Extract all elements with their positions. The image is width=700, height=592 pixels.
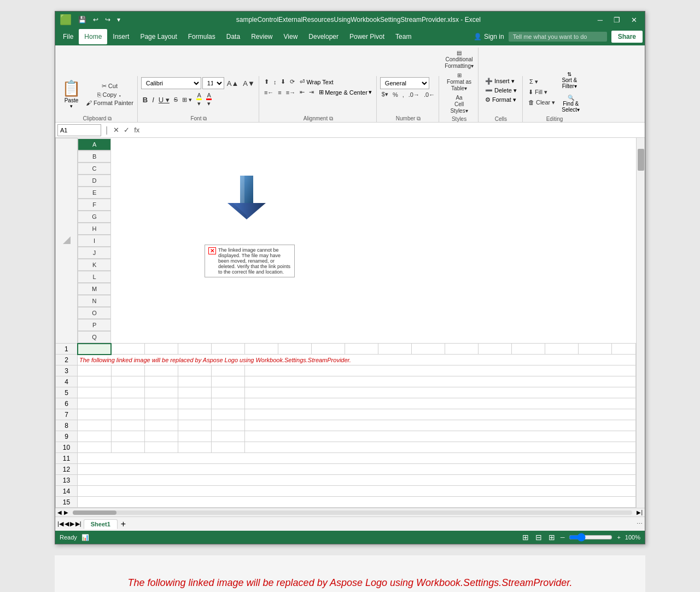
cell-e5[interactable] xyxy=(211,387,244,398)
sign-in-button[interactable]: 👤Sign in xyxy=(474,33,504,40)
cell-a9[interactable] xyxy=(78,431,112,442)
cell-e1[interactable] xyxy=(211,344,244,355)
cell-a14[interactable] xyxy=(78,486,636,497)
tab-nav-next[interactable]: ▶ xyxy=(70,520,74,527)
cell-q1[interactable] xyxy=(612,344,636,355)
col-header-f[interactable]: F xyxy=(78,199,111,211)
percent-button[interactable]: % xyxy=(391,90,400,98)
tab-nav-last[interactable]: ▶| xyxy=(75,520,81,527)
menu-page-layout[interactable]: Page Layout xyxy=(135,29,182,44)
row-num-11[interactable]: 11 xyxy=(56,453,78,464)
cell-e10[interactable] xyxy=(211,442,244,453)
cell-b4[interactable] xyxy=(111,376,144,387)
cell-g1[interactable] xyxy=(278,344,311,355)
sheet-tab-sheet1[interactable]: Sheet1 xyxy=(84,519,118,529)
menu-data[interactable]: Data xyxy=(221,29,246,44)
col-header-e[interactable]: E xyxy=(78,187,111,199)
horizontal-scroll-thumb[interactable] xyxy=(73,510,116,515)
cell-e9[interactable] xyxy=(211,431,244,442)
row-num-2[interactable]: 2 xyxy=(56,355,78,365)
cell-f10[interactable] xyxy=(244,442,635,453)
horizontal-scrollbar[interactable] xyxy=(73,510,632,515)
cell-a4[interactable] xyxy=(78,376,112,387)
col-header-d[interactable]: D xyxy=(78,175,111,187)
page-break-view-button[interactable]: ⊞ xyxy=(547,532,556,543)
cell-c8[interactable] xyxy=(144,420,178,431)
cell-a8[interactable] xyxy=(78,420,112,431)
wrap-text-button[interactable]: ⏎Wrap Text xyxy=(298,77,335,86)
cell-d8[interactable] xyxy=(178,420,211,431)
font-color-button[interactable]: A▾ xyxy=(205,91,213,108)
col-header-m[interactable]: M xyxy=(78,283,111,295)
align-right-button[interactable]: ≡→ xyxy=(284,89,297,96)
page-layout-view-button[interactable]: ⊟ xyxy=(534,532,543,543)
cell-c3[interactable] xyxy=(144,365,178,376)
insert-cells-button[interactable]: ➕ Insert ▾ xyxy=(482,77,520,85)
cell-e6[interactable] xyxy=(211,398,244,409)
cell-f6[interactable] xyxy=(244,398,635,409)
menu-view[interactable]: View xyxy=(278,29,304,44)
vertical-scrollbar[interactable] xyxy=(636,138,645,508)
row-num-14[interactable]: 14 xyxy=(56,486,78,497)
underline-button[interactable]: U ▾ xyxy=(157,95,171,105)
align-top-button[interactable]: ⬆ xyxy=(262,78,271,86)
scroll-right-button[interactable]: ▶ xyxy=(64,509,68,515)
copy-button[interactable]: ⎘ Copy ▾ xyxy=(84,91,135,98)
row-num-7[interactable]: 7 xyxy=(56,409,78,420)
text-direction-button[interactable]: ⟳ xyxy=(288,78,296,86)
col-header-b[interactable]: B xyxy=(78,150,111,162)
close-button[interactable]: ✕ xyxy=(628,15,640,25)
customize-qat-button[interactable]: ▾ xyxy=(115,15,122,25)
format-cells-button[interactable]: ⚙ Format ▾ xyxy=(482,96,520,104)
col-header-c[interactable]: C xyxy=(78,162,111,175)
font-name-select[interactable]: Calibri xyxy=(141,77,201,89)
clear-button[interactable]: 🗑 Clear ▾ xyxy=(526,98,557,107)
cell-b9[interactable] xyxy=(111,431,144,442)
cell-a15[interactable] xyxy=(78,497,636,508)
clipboard-expand[interactable]: ⧉ xyxy=(108,115,112,121)
row-num-6[interactable]: 6 xyxy=(56,398,78,409)
cell-b6[interactable] xyxy=(111,398,144,409)
row-num-1[interactable]: 1 xyxy=(56,344,78,355)
cell-f9[interactable] xyxy=(244,431,635,442)
row-num-12[interactable]: 12 xyxy=(56,464,78,475)
row-num-3[interactable]: 3 xyxy=(56,365,78,376)
col-header-o[interactable]: O xyxy=(78,307,111,319)
col-header-k[interactable]: K xyxy=(78,259,111,271)
cell-b10[interactable] xyxy=(111,442,144,453)
cancel-formula-button[interactable]: ✕ xyxy=(112,125,120,135)
col-header-n[interactable]: N xyxy=(78,295,111,307)
format-painter-button[interactable]: 🖌 Format Painter xyxy=(84,99,135,107)
redo-qat-button[interactable]: ↪ xyxy=(103,15,113,25)
save-qat-button[interactable]: 💾 xyxy=(76,15,89,25)
zoom-slider[interactable] xyxy=(569,533,612,542)
accounting-button[interactable]: $▾ xyxy=(380,90,390,98)
cell-d5[interactable] xyxy=(178,387,211,398)
cell-f8[interactable] xyxy=(244,420,635,431)
decrease-decimal-button[interactable]: .0← xyxy=(422,90,436,98)
fill-button[interactable]: ⬇ Fill ▾ xyxy=(526,88,550,97)
add-sheet-button[interactable]: + xyxy=(118,518,129,530)
cell-a6[interactable] xyxy=(78,398,112,409)
find-select-button[interactable]: 🔍Find &Select▾ xyxy=(558,92,583,115)
formula-input[interactable] xyxy=(143,124,643,136)
cell-i1[interactable] xyxy=(345,344,378,355)
cell-a2[interactable]: The following linked image will be repla… xyxy=(78,355,636,365)
decrease-font-button[interactable]: A▼ xyxy=(241,79,256,88)
col-header-i[interactable]: I xyxy=(78,235,111,247)
cell-a5[interactable] xyxy=(78,387,112,398)
cell-j1[interactable] xyxy=(378,344,411,355)
cell-d6[interactable] xyxy=(178,398,211,409)
scroll-left-button[interactable]: ◀ xyxy=(57,509,62,515)
italic-button[interactable]: I xyxy=(150,95,156,105)
cell-styles-button[interactable]: AaCellStyles▾ xyxy=(442,94,476,115)
cell-c4[interactable] xyxy=(144,376,178,387)
align-center-button[interactable]: ≡ xyxy=(276,89,283,96)
cell-a3[interactable] xyxy=(78,365,112,376)
row-num-5[interactable]: 5 xyxy=(56,387,78,398)
fill-color-button[interactable]: A▾ xyxy=(195,91,203,108)
cell-m1[interactable] xyxy=(478,344,511,355)
cell-e8[interactable] xyxy=(211,420,244,431)
cell-c9[interactable] xyxy=(144,431,178,442)
tell-me-search[interactable] xyxy=(509,32,607,42)
